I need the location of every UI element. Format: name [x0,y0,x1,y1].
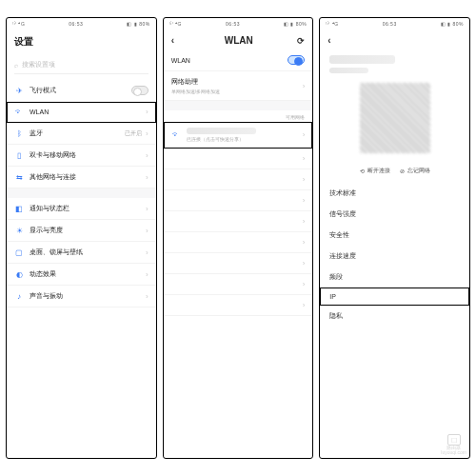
ssid-name-blur [329,55,394,64]
ssid-blur [187,128,256,134]
wlan-switch-label: WLAN [171,57,288,64]
connected-sub: 已连接（点击可快速分享） [187,136,303,142]
row-bluetooth[interactable]: ᛒ 蓝牙 已开启 › [7,123,156,145]
airplane-icon: ✈ [14,87,24,95]
chevron-right-icon: › [303,82,306,90]
chevron-right-icon: › [146,227,149,235]
chevron-right-icon: › [146,151,149,160]
chevron-right-icon: › [146,270,149,279]
row-speed: 连接速度 [320,246,469,267]
status-right: ◧ ▮ 80% [284,21,307,27]
search-placeholder: 搜索设置项 [22,60,55,69]
row-sim[interactable]: ▯ 双卡与移动网络 › [7,145,156,167]
bell-icon: ◧ [14,205,24,213]
action-row: ⟲ 断开连接 ⊘ 忘记网络 [320,163,469,183]
back-icon[interactable]: ‹ [171,35,174,46]
chevron-right-icon: › [146,248,149,257]
sound-label: 声音与振动 [30,291,146,301]
status-bar: ᵗⁱˡ ⁴G 06:53 ◧ ▮ 80% [7,18,156,30]
bluetooth-state: 已开启 [125,129,142,138]
forget-button[interactable]: ⊘ 忘记网络 [400,167,430,175]
row-notifications[interactable]: ◧ 通知与状态栏 › [7,198,156,220]
tech-label: 技术标准 [329,188,356,198]
notif-label: 通知与状态栏 [30,204,146,213]
motion-icon: ◐ [14,270,24,279]
wlan-label: WLAN [30,109,142,115]
row-ip[interactable]: IP [320,288,469,306]
row-sound[interactable]: ♪ 声音与振动 › [7,286,156,307]
row-dynamic[interactable]: ◐ 动态效果 › [7,264,156,286]
other-net-label: 其他网络与连接 [30,172,146,182]
row-other-net[interactable]: ⇆ 其他网络与连接 › [7,167,156,188]
bluetooth-icon: ᛒ [14,129,24,138]
section-gap [164,101,313,110]
row-network[interactable]: › [164,274,313,295]
dynamic-label: 动态效果 [30,269,146,279]
row-security: 安全性 [320,225,469,246]
chevron-right-icon: › [303,130,306,139]
status-time: 06:53 [69,21,83,27]
reconnect-button[interactable]: ⟲ 断开连接 [360,167,390,175]
row-tech: 技术标准 [320,183,469,204]
wifi-icon: ᯤ [14,108,24,116]
row-network[interactable]: › [164,169,313,190]
watermark: ☐ 路由器 luyouqi.com [441,434,466,455]
detail-titlebar: ‹ [320,30,469,50]
back-icon[interactable]: ‹ [327,35,330,46]
airplane-toggle[interactable] [131,86,149,95]
row-freq: 频段 [320,267,469,288]
row-wallpaper[interactable]: ▢ 桌面、锁屏与壁纸 › [7,242,156,264]
phone-wlan: ᵗⁱˡ ⁴G 06:53 ◧ ▮ 80% ‹ WLAN ⟳ WLAN 网络助理 … [163,17,314,459]
privacy-label: 隐私 [329,311,343,321]
status-right: ◧ ▮ 80% [441,21,464,27]
status-bar: ᵗⁱˡ ⁴G 06:53 ◧ ▮ 80% [320,18,469,30]
row-network[interactable]: › [164,295,313,316]
row-privacy[interactable]: 隐私 [320,306,469,327]
row-network[interactable]: › [164,232,313,253]
row-airplane[interactable]: ✈ 飞行模式 [7,80,156,102]
wallpaper-icon: ▢ [14,248,24,257]
search-input[interactable]: ⌕ 搜索设置项 [14,56,149,74]
link-icon: ⇆ [14,173,24,182]
phone-detail: ᵗⁱˡ ⁴G 06:53 ◧ ▮ 80% ‹ ⟲ 断开连接 ⊘ 忘记网络 技术标… [319,17,470,459]
trash-icon: ⊘ [400,168,405,174]
wlan-title: WLAN [225,35,253,46]
scan-icon[interactable]: ⟳ [297,36,305,46]
speed-label: 连接速度 [329,251,356,261]
assist-title: 网络助理 [171,77,303,87]
row-connected-network[interactable]: ᯤ 已连接（点击可快速分享） › [164,122,313,149]
row-net-assist[interactable]: 网络助理 单网络加速/多网络加速 › [164,71,313,101]
sim-icon: ▯ [14,151,24,160]
row-wlan-switch[interactable]: WLAN [164,50,313,71]
wifi-icon: ᯤ [171,130,181,139]
settings-title: 设置 [14,35,33,49]
airplane-label: 飞行模式 [30,86,131,95]
sim-label: 双卡与移动网络 [30,150,146,160]
status-time: 06:53 [383,21,397,27]
page-title: 设置 [7,30,156,52]
section-gap [7,188,156,198]
wallpaper-label: 桌面、锁屏与壁纸 [30,248,146,257]
forget-label: 忘记网络 [407,167,430,175]
ssid-header [320,50,469,75]
row-network[interactable]: › [164,253,313,274]
signal-label: 信号强度 [329,209,356,219]
security-label: 安全性 [329,230,349,240]
chevron-right-icon: › [146,205,149,213]
status-left: ᵗⁱˡ ⁴G [326,21,338,27]
row-network[interactable]: › [164,190,313,211]
row-signal: 信号强度 [320,204,469,225]
reconnect-label: 断开连接 [367,167,390,175]
wlan-toggle[interactable] [288,55,305,65]
qr-code [360,83,430,153]
status-bar: ᵗⁱˡ ⁴G 06:53 ◧ ▮ 80% [164,18,313,30]
assist-sub: 单网络加速/多网络加速 [171,89,303,94]
row-network[interactable]: › [164,211,313,232]
row-network[interactable]: › [164,149,313,169]
row-display[interactable]: ☀ 显示与亮度 › [7,220,156,242]
row-wlan[interactable]: ᯤ WLAN › [7,102,156,123]
wlan-titlebar: ‹ WLAN ⟳ [164,30,313,50]
status-left: ᵗⁱˡ ⁴G [12,21,25,27]
search-icon: ⌕ [14,62,18,69]
brightness-icon: ☀ [14,227,24,235]
